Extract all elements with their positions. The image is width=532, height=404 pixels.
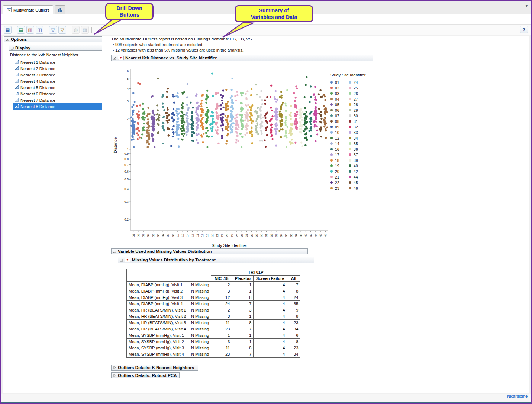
legend-label: 26	[354, 91, 358, 96]
new-report-icon[interactable]: ▦	[4, 26, 12, 34]
svg-text:32: 32	[270, 233, 273, 237]
legend-dot	[349, 103, 351, 106]
svg-text:35: 35	[284, 233, 288, 237]
legend-entry-08: 08	[330, 118, 349, 124]
legend-label: 09	[335, 125, 339, 129]
stat-label: N Missing	[189, 307, 211, 313]
list-item-label: Nearest 2 Distance	[20, 66, 55, 71]
display-header[interactable]: Display	[9, 45, 102, 51]
legend-label: 18	[335, 158, 339, 163]
options-header[interactable]: Options	[4, 36, 102, 42]
svg-text:0.5: 0.5	[124, 177, 129, 181]
table-cell: 4	[254, 351, 287, 358]
data-table-icon[interactable]: ▤	[17, 26, 25, 34]
legend-dot	[349, 148, 351, 150]
svg-text:1: 1	[127, 147, 129, 151]
missing-section-header[interactable]: ▼ Missing Values Distribution by Treatme…	[118, 257, 314, 263]
list-item-nearest-1-distance[interactable]: Nearest 1 Distance	[13, 59, 102, 65]
outliers-pca-header[interactable]: Outliers Details: Robust PCA	[111, 372, 180, 378]
nearest-distance-list[interactable]: Nearest 1 DistanceNearest 2 DistanceNear…	[13, 59, 102, 217]
scatter-section-header[interactable]: ▼ Nearest Kth Distance vs. Study Site Id…	[111, 55, 373, 61]
svg-text:17: 17	[196, 233, 199, 237]
svg-text:39: 39	[299, 233, 303, 237]
red-triangle-menu-icon[interactable]: ▼	[125, 258, 130, 262]
table-cell: 1	[232, 332, 254, 339]
legend-title: Study Site Identifier	[330, 73, 367, 77]
legend-entry-12: 12	[330, 135, 349, 141]
list-item-label: Nearest 1 Distance	[20, 60, 55, 65]
table-cell: 4	[254, 301, 287, 307]
list-item-nearest-8-distance[interactable]: Nearest 8 Distance	[13, 103, 102, 110]
table-cell: 24	[287, 294, 300, 301]
svg-text:5: 5	[127, 77, 129, 81]
table-cell: 35	[287, 301, 300, 307]
list-item-nearest-4-distance[interactable]: Nearest 4 Distance	[13, 78, 102, 84]
svg-text:0.3: 0.3	[124, 200, 129, 203]
table-cell: 7	[232, 351, 254, 358]
list-item-nearest-5-distance[interactable]: Nearest 5 Distance	[13, 84, 102, 91]
legend-dot	[349, 98, 351, 100]
red-triangle-menu-icon[interactable]: ▼	[118, 56, 124, 60]
table-cell: 4	[254, 288, 287, 294]
table-cell: 8	[287, 313, 300, 320]
legend-entry-25: 25	[349, 85, 367, 91]
row-label: Mean, DIABP (mmHg), Visit 4	[127, 301, 189, 307]
list-item-nearest-2-distance[interactable]: Nearest 2 Distance	[13, 65, 102, 72]
table-cell: 8	[232, 345, 254, 351]
nicardipine-link[interactable]: Nicardipine	[507, 394, 528, 398]
help-button[interactable]: ?	[520, 26, 528, 33]
svg-text:02: 02	[137, 233, 140, 237]
legend-entry-18: 18	[330, 157, 349, 163]
outliers-knn-header[interactable]: Outliers Details: K Nearest Neighbors	[111, 365, 198, 371]
x-axis-title: Study Site Identifier	[212, 243, 247, 248]
svg-text:46: 46	[324, 233, 327, 237]
variables-section-header[interactable]: Variable Used and Missing Values Distrib…	[111, 248, 308, 254]
legend-label: 17	[335, 153, 339, 157]
svg-text:45: 45	[319, 233, 322, 237]
data-filter-icon[interactable]: ▽	[49, 26, 57, 34]
chart-item-icon	[15, 98, 19, 102]
summary-bullet-1: 906 subjects who started treatment are i…	[113, 42, 203, 47]
list-item-label: Nearest 4 Distance	[20, 79, 55, 84]
legend-label: 45	[354, 180, 358, 185]
list-item-nearest-7-distance[interactable]: Nearest 7 Distance	[13, 97, 102, 103]
table-cell: 2	[211, 307, 232, 313]
svg-text:0.9: 0.9	[124, 152, 129, 156]
table-cell: 3	[211, 339, 232, 345]
legend-dot	[330, 142, 333, 145]
table-cell: 4	[254, 282, 287, 288]
legend-dot	[330, 126, 333, 128]
legend-label: 12	[335, 136, 339, 140]
table-cell: 7	[232, 326, 254, 332]
report-panel: The Multivariate Outliers report is base…	[109, 36, 529, 393]
x-axis-ticks: 0102030405060708091012141617181920212223…	[132, 231, 328, 237]
list-item-label: Nearest 8 Distance	[20, 104, 55, 109]
legend-label: 16	[335, 147, 339, 152]
window-menu-icon[interactable]: ▼	[525, 4, 528, 8]
tab-multivariate-outliers[interactable]: Multivariate Outliers	[3, 5, 53, 14]
table-cell: 1	[232, 339, 254, 345]
svg-text:21: 21	[216, 233, 219, 237]
display-header-label: Display	[15, 46, 30, 50]
disclosure-closed-icon	[113, 366, 116, 369]
local-data-filter-icon[interactable]: ▽	[58, 26, 66, 34]
options-panel: Options Display Distance to the k-th Nea…	[3, 36, 109, 393]
stat-label: N Missing	[189, 345, 211, 351]
callout-line: Drill Down	[110, 5, 149, 12]
svg-text:36: 36	[290, 233, 293, 237]
legend-entry-33: 33	[349, 130, 367, 135]
disclosure-closed-icon	[113, 374, 116, 377]
list-item-nearest-3-distance[interactable]: Nearest 3 Distance	[13, 72, 102, 78]
table-row: Mean, SYSBP (mmHg), Visit 3N Missing1184…	[127, 345, 300, 351]
column-switcher-icon[interactable]: ◫	[36, 26, 43, 34]
list-item-nearest-6-distance[interactable]: Nearest 6 Distance	[13, 91, 102, 97]
chart-item-icon	[15, 72, 19, 77]
disclosure-open-icon	[113, 250, 116, 253]
subset-table-icon[interactable]: ▥	[26, 26, 34, 34]
row-label: Mean, HR (BEATS/MIN), Visit 2	[127, 313, 189, 320]
table-cell: 23	[287, 345, 300, 351]
chart-item-icon	[15, 85, 19, 90]
legend-label: 10	[335, 130, 339, 135]
legend-dot	[349, 131, 351, 134]
tab-chart[interactable]	[55, 5, 65, 14]
